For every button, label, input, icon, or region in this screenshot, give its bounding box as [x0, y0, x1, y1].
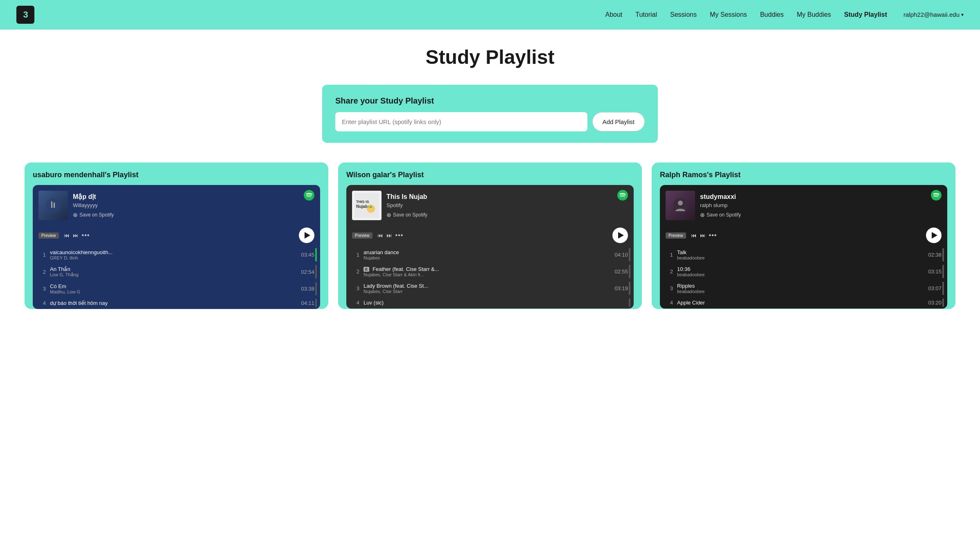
- prev-btn-0[interactable]: ⏮: [64, 232, 70, 239]
- navbar: 3 About Tutorial Sessions My Sessions Bu…: [0, 0, 980, 29]
- nav-my-buddies[interactable]: My Buddies: [797, 11, 831, 18]
- playlist-grid: usaburo mendenhall's Playlist Mập dịt Wi…: [25, 162, 955, 309]
- svg-rect-2: [54, 203, 55, 208]
- song-title-1: This Is Nujab: [386, 193, 628, 201]
- next-btn-0[interactable]: ⏭: [73, 232, 79, 239]
- playlist-card-2: Ralph Ramos's Playlist studymaxxi ralph …: [652, 162, 955, 309]
- album-thumb-2: [666, 191, 695, 220]
- playlist-card-1: Wilson galar's Playlist THIS IS Nujabes: [338, 162, 642, 309]
- spotify-info-0: Mập dịt Willayyyyy ⊕ Save on Spotify: [73, 193, 314, 218]
- plus-icon-0: ⊕: [73, 212, 78, 218]
- song-artist-1: Spotify: [386, 202, 628, 208]
- preview-badge-1: Preview: [352, 232, 373, 239]
- play-icon-1: [618, 232, 624, 239]
- spotify-top-1: THIS IS Nujabes This Is Nujab Spotify ⊕ …: [346, 185, 634, 224]
- play-btn-1[interactable]: [612, 228, 628, 243]
- track-row: 4 Apple Cider 03:20: [663, 297, 944, 309]
- song-title-2: studymaxxi: [700, 193, 942, 201]
- spotify-embed-0: Mập dịt Willayyyyy ⊕ Save on Spotify: [33, 185, 320, 309]
- track-row: 2 An Thần Low G, Thắng 02:54: [36, 263, 317, 280]
- nav-study-playlist[interactable]: Study Playlist: [844, 11, 887, 18]
- track-row: 1 vaicaunoicokhiennguoith... GREY D, tli…: [36, 246, 317, 263]
- nav-about[interactable]: About: [605, 11, 622, 18]
- explicit-badge: E: [364, 267, 369, 272]
- site-logo[interactable]: 3: [16, 6, 34, 24]
- nav-links: About Tutorial Sessions My Sessions Budd…: [605, 11, 887, 18]
- track-row: 4 Luv (sic): [350, 297, 630, 309]
- track-row: 1 Talk beabadoobee 02:38: [663, 246, 944, 263]
- playlist-card-0: usaburo mendenhall's Playlist Mập dịt Wi…: [25, 162, 328, 309]
- main-content: Study Playlist Share your Study Playlist…: [0, 29, 980, 325]
- page-title: Study Playlist: [25, 46, 955, 68]
- plus-icon-1: ⊕: [386, 212, 391, 218]
- add-playlist-button[interactable]: Add Playlist: [592, 112, 645, 131]
- playlist-owner-1: Wilson galar's Playlist: [346, 171, 634, 179]
- spotify-logo-0: [304, 190, 314, 201]
- next-btn-2[interactable]: ⏭: [700, 232, 706, 239]
- svg-point-0: [46, 198, 61, 213]
- plus-icon-2: ⊕: [700, 212, 705, 218]
- nav-sessions[interactable]: Sessions: [670, 11, 697, 18]
- track-row: 1 aruarian dance Nujabes 04:10: [350, 246, 630, 263]
- track-row: 3 Ripples beabadoobee 03:07: [663, 280, 944, 297]
- track-row: 3 Lady Brown (feat. Cise St... Nujabes, …: [350, 280, 630, 297]
- spotify-controls-1: Preview ⏮ ⏭ •••: [346, 224, 634, 246]
- playlist-owner-2: Ralph Ramos's Playlist: [660, 171, 947, 179]
- spotify-top-2: studymaxxi ralph slump ⊕ Save on Spotify: [660, 185, 947, 224]
- preview-badge-2: Preview: [666, 232, 686, 239]
- svg-point-7: [367, 205, 375, 213]
- share-box-title: Share your Study Playlist: [335, 96, 645, 106]
- spotify-logo-1: [617, 190, 628, 201]
- song-artist-0: Willayyyyy: [73, 202, 314, 208]
- track-row: 3 Có Em Madihu, Low G 03:38: [36, 280, 317, 297]
- track-list-2: 1 Talk beabadoobee 02:38 2 10:36 beabado…: [660, 246, 947, 309]
- user-menu[interactable]: ralph22@hawaii.edu: [903, 11, 964, 18]
- spotify-logo-2: [931, 190, 942, 201]
- spotify-controls-2: Preview ⏮ ⏭ •••: [660, 224, 947, 246]
- prev-btn-1[interactable]: ⏮: [377, 232, 383, 239]
- album-thumb-0: [38, 191, 68, 220]
- play-icon-0: [305, 232, 310, 239]
- spotify-embed-1: THIS IS Nujabes This Is Nujab Spotify ⊕ …: [346, 185, 634, 309]
- save-spotify-1[interactable]: ⊕ Save on Spotify: [386, 212, 628, 218]
- next-btn-1[interactable]: ⏭: [386, 232, 392, 239]
- track-list-1: 1 aruarian dance Nujabes 04:10 2 E: [346, 246, 634, 309]
- person-icon: [672, 197, 689, 214]
- spotify-info-1: This Is Nujab Spotify ⊕ Save on Spotify: [386, 193, 628, 218]
- spotify-controls-0: Preview ⏮ ⏭ •••: [33, 224, 320, 246]
- play-btn-0[interactable]: [299, 228, 314, 243]
- nav-buddies[interactable]: Buddies: [760, 11, 784, 18]
- track-row: 2 E Feather (feat. Cise Starr &... Nujab…: [350, 263, 630, 280]
- save-spotify-0[interactable]: ⊕ Save on Spotify: [73, 212, 314, 218]
- share-box-row: Add Playlist: [335, 112, 645, 131]
- more-btn-0[interactable]: •••: [82, 232, 90, 239]
- svg-text:THIS IS: THIS IS: [356, 200, 369, 204]
- more-btn-2[interactable]: •••: [709, 232, 717, 239]
- track-row: 4 dự báo thời tiết hôm nay 04:11: [36, 297, 317, 309]
- more-btn-1[interactable]: •••: [395, 232, 404, 239]
- nujabes-icon: THIS IS Nujabes: [355, 193, 379, 218]
- share-box: Share your Study Playlist Add Playlist: [322, 85, 658, 143]
- song-title-0: Mập dịt: [73, 193, 314, 201]
- svg-point-10: [678, 201, 683, 205]
- nav-tutorial[interactable]: Tutorial: [635, 11, 657, 18]
- preview-badge-0: Preview: [38, 232, 59, 239]
- track-row: 2 10:36 beabadoobee 03:15: [663, 263, 944, 280]
- play-btn-2[interactable]: [926, 228, 942, 243]
- play-icon-2: [932, 232, 937, 239]
- album-thumb-1: THIS IS Nujabes: [352, 191, 382, 220]
- svg-rect-1: [51, 201, 52, 208]
- playlist-url-input[interactable]: [335, 112, 587, 131]
- spotify-info-2: studymaxxi ralph slump ⊕ Save on Spotify: [700, 193, 942, 218]
- spotify-embed-2: studymaxxi ralph slump ⊕ Save on Spotify…: [660, 185, 947, 309]
- save-spotify-2[interactable]: ⊕ Save on Spotify: [700, 212, 942, 218]
- track-list-0: 1 vaicaunoicokhiennguoith... GREY D, tli…: [33, 246, 320, 309]
- music-icon-0: [45, 197, 61, 214]
- nav-my-sessions[interactable]: My Sessions: [710, 11, 747, 18]
- playlist-owner-0: usaburo mendenhall's Playlist: [33, 171, 320, 179]
- song-artist-2: ralph slump: [700, 202, 942, 208]
- prev-btn-2[interactable]: ⏮: [691, 232, 697, 239]
- spotify-top-0: Mập dịt Willayyyyy ⊕ Save on Spotify: [33, 185, 320, 224]
